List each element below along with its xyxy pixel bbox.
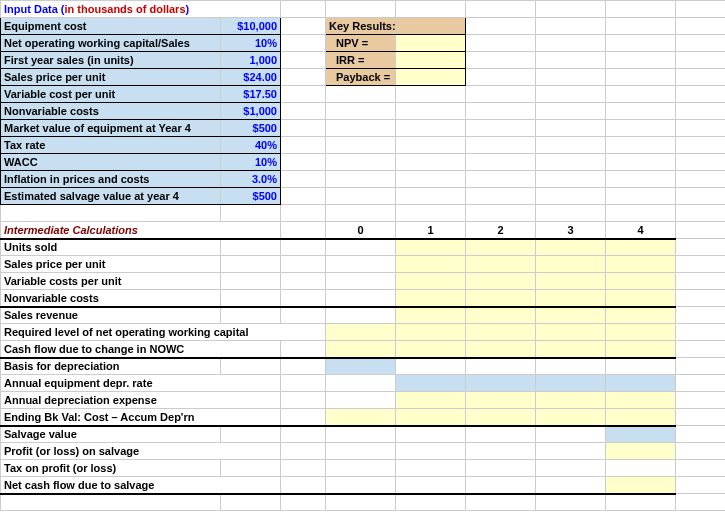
calc-cell[interactable] [396,290,466,307]
input-value[interactable]: 3.0% [221,171,281,188]
input-value[interactable]: 1,000 [221,52,281,69]
calc-cell[interactable] [536,273,606,290]
calc-cell[interactable] [536,392,606,409]
calc-cell[interactable] [606,375,676,392]
calc-cell[interactable] [536,239,606,256]
calc-cell[interactable] [606,256,676,273]
calc-row-label: Annual equipment depr. rate [1,375,281,392]
calc-row-label: Profit (or loss) on salvage [1,443,281,460]
calc-row-label: Annual depreciation expense [1,392,281,409]
calc-cell[interactable] [536,409,606,426]
key-result-value[interactable] [396,52,466,69]
calc-cell[interactable] [606,290,676,307]
calc-cell[interactable] [536,256,606,273]
calc-cell[interactable] [606,392,676,409]
calc-row-label: Required level of net operating working … [1,324,326,341]
input-label: Variable cost per unit [1,86,221,103]
calc-row-label: Sales revenue [1,307,221,324]
calc-cell[interactable] [396,341,466,358]
calc-cell[interactable] [466,324,536,341]
calc-cell[interactable] [326,358,396,375]
calc-cell[interactable] [326,324,396,341]
calc-row-label: Variable costs per unit [1,273,221,290]
input-value[interactable]: $24.00 [221,69,281,86]
calc-cell[interactable] [466,341,536,358]
calc-cell[interactable] [466,290,536,307]
calc-row-label: Net cash flow due to salvage [1,477,281,494]
calc-cell[interactable] [606,426,676,443]
year-header: 4 [606,222,676,239]
input-value[interactable]: 40% [221,137,281,154]
calc-cell[interactable] [606,443,676,460]
input-data-prefix: Input Data ( [4,3,65,15]
calc-cell[interactable] [606,409,676,426]
input-label: WACC [1,154,221,171]
calc-cell[interactable] [396,273,466,290]
calc-cell[interactable] [466,392,536,409]
input-label: Tax rate [1,137,221,154]
calc-cell[interactable] [396,256,466,273]
input-value[interactable]: $10,000 [221,18,281,35]
calc-cell[interactable] [326,409,396,426]
calc-cell[interactable] [396,324,466,341]
key-result-label: NPV = [326,35,396,52]
calc-cell[interactable] [606,477,676,494]
calc-cell[interactable] [606,239,676,256]
calc-row-label: Ending Bk Val: Cost – Accum Dep'rn [1,409,281,426]
key-result-label: Payback = [326,69,396,86]
calc-cell[interactable] [326,341,396,358]
calc-cell[interactable] [396,409,466,426]
calc-cell[interactable] [606,273,676,290]
calc-cell[interactable] [536,375,606,392]
calc-cell[interactable] [466,256,536,273]
key-result-label: IRR = [326,52,396,69]
input-data-red: in thousands of dollars [65,3,186,15]
key-results-header: Key Results: [326,18,396,35]
spreadsheet: Input Data (in thousands of dollars) Equ… [0,0,725,511]
input-value[interactable]: $1,000 [221,103,281,120]
calc-cell[interactable] [466,239,536,256]
input-data-suffix: ) [186,3,190,15]
year-header: 2 [466,222,536,239]
input-value[interactable]: 10% [221,154,281,171]
input-value[interactable]: $17.50 [221,86,281,103]
input-value[interactable]: $500 [221,188,281,205]
input-label: Estimated salvage value at year 4 [1,188,221,205]
calc-row-label: Salvage value [1,426,221,443]
calc-row-label: Units sold [1,239,221,256]
input-label: Net operating working capital/Sales [1,35,221,52]
calc-cell[interactable] [396,307,466,324]
year-header: 0 [326,222,396,239]
calc-cell[interactable] [536,341,606,358]
key-result-value[interactable] [396,35,466,52]
calc-cell[interactable] [536,324,606,341]
calc-cell[interactable] [606,324,676,341]
input-label: Equipment cost [1,18,221,35]
year-header: 1 [396,222,466,239]
calc-cell[interactable] [396,392,466,409]
input-data-header: Input Data (in thousands of dollars) [1,1,281,18]
calc-row-label: Tax on profit (or loss) [1,460,221,477]
input-label: First year sales (in units) [1,52,221,69]
calc-row-label: Basis for depreciation [1,358,221,375]
calc-cell[interactable] [466,307,536,324]
input-label: Sales price per unit [1,69,221,86]
input-value[interactable]: 10% [221,35,281,52]
calc-cell[interactable] [606,341,676,358]
key-result-value[interactable] [396,69,466,86]
calc-cell[interactable] [466,273,536,290]
input-label: Inflation in prices and costs [1,171,221,188]
calc-row-label: Sales price per unit [1,256,221,273]
calc-cell[interactable] [396,239,466,256]
calc-cell[interactable] [396,375,466,392]
input-value[interactable]: $500 [221,120,281,137]
calc-cell[interactable] [536,290,606,307]
calc-cell[interactable] [536,307,606,324]
input-label: Market value of equipment at Year 4 [1,120,221,137]
calc-cell[interactable] [466,375,536,392]
year-header: 3 [536,222,606,239]
calc-cell[interactable] [606,307,676,324]
intermediate-title: Intermediate Calculations [1,222,281,239]
calc-cell[interactable] [466,409,536,426]
input-label: Nonvariable costs [1,103,221,120]
